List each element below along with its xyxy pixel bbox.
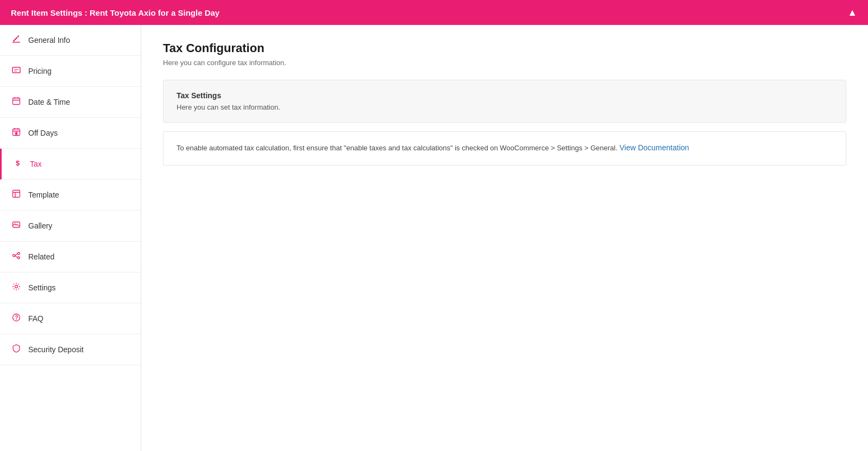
calendar-icon xyxy=(11,97,22,107)
security-deposit-icon xyxy=(11,344,22,355)
wrench-icon xyxy=(11,35,22,46)
sidebar-label-gallery: Gallery xyxy=(28,221,52,230)
sidebar-item-template[interactable]: Template xyxy=(0,180,141,211)
sidebar-item-related[interactable]: Related xyxy=(0,242,141,272)
svg-rect-0 xyxy=(12,67,20,73)
sidebar-item-security-deposit[interactable]: Security Deposit xyxy=(0,334,141,365)
tax-info-card: To enable automated tax calculation, fir… xyxy=(163,131,846,166)
sidebar-label-template: Template xyxy=(28,190,59,199)
related-icon xyxy=(11,251,22,262)
sidebar-label-pricing: Pricing xyxy=(28,67,52,75)
view-documentation-link[interactable]: View Documentation xyxy=(619,143,689,152)
svg-rect-1 xyxy=(13,98,20,105)
sidebar-item-off-days[interactable]: Off Days xyxy=(0,118,141,149)
sidebar-item-faq[interactable]: ?FAQ xyxy=(0,303,141,334)
svg-point-9 xyxy=(18,257,20,259)
settings-icon xyxy=(11,282,22,293)
svg-text:?: ? xyxy=(15,315,18,321)
sidebar-label-faq: FAQ xyxy=(28,314,43,323)
svg-text:$: $ xyxy=(16,159,20,167)
sidebar-label-related: Related xyxy=(28,252,54,261)
svg-point-10 xyxy=(15,285,18,288)
pricing-icon xyxy=(11,66,22,77)
off-days-icon xyxy=(11,128,22,138)
svg-point-7 xyxy=(13,255,15,257)
sidebar-label-security-deposit: Security Deposit xyxy=(28,345,84,354)
sidebar: General InfoPricingDate & TimeOff Days$T… xyxy=(0,25,141,451)
tax-info-text: To enable automated tax calculation, fir… xyxy=(177,144,619,152)
sidebar-label-general-info: General Info xyxy=(28,36,70,45)
sidebar-item-tax[interactable]: $Tax xyxy=(0,149,141,180)
top-bar-title: Rent Item Settings : Rent Toyota Axio fo… xyxy=(11,8,219,17)
svg-rect-4 xyxy=(13,190,20,198)
sidebar-label-date-time: Date & Time xyxy=(28,98,70,106)
svg-point-6 xyxy=(15,224,16,225)
sidebar-item-general-info[interactable]: General Info xyxy=(0,25,141,56)
template-icon xyxy=(11,189,22,200)
sidebar-item-pricing[interactable]: Pricing xyxy=(0,56,141,87)
page-title: Tax Configuration xyxy=(163,41,846,55)
tax-icon: $ xyxy=(12,158,23,169)
sidebar-label-settings: Settings xyxy=(28,283,56,292)
page-subtitle: Here you can configure tax information. xyxy=(163,59,846,67)
sidebar-item-gallery[interactable]: Gallery xyxy=(0,211,141,242)
faq-icon: ? xyxy=(11,313,22,324)
tax-settings-card: Tax Settings Here you can set tax inform… xyxy=(163,80,846,123)
sidebar-label-tax: Tax xyxy=(30,160,42,168)
sidebar-label-off-days: Off Days xyxy=(28,129,58,137)
main-content: Tax Configuration Here you can configure… xyxy=(141,25,868,451)
sidebar-item-date-time[interactable]: Date & Time xyxy=(0,87,141,118)
top-bar-chevron[interactable]: ▲ xyxy=(847,7,857,18)
tax-settings-card-desc: Here you can set tax information. xyxy=(177,103,833,111)
gallery-icon xyxy=(11,220,22,231)
top-bar: Rent Item Settings : Rent Toyota Axio fo… xyxy=(0,0,868,25)
tax-settings-card-title: Tax Settings xyxy=(177,91,833,100)
svg-point-8 xyxy=(18,252,20,255)
sidebar-item-settings[interactable]: Settings xyxy=(0,272,141,303)
